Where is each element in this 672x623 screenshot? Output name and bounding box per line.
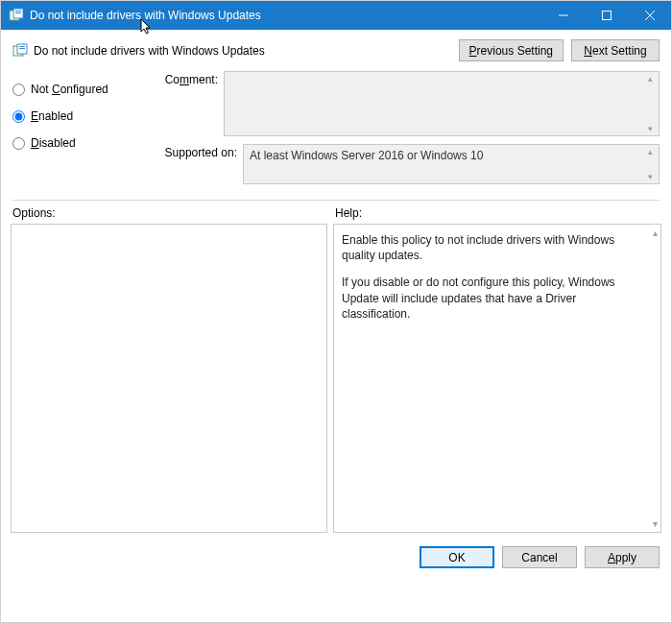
not-configured-radio-input[interactable] [12,84,25,96]
supported-value: At least Windows Server 2016 or Windows … [244,145,659,166]
enabled-radio[interactable]: Enabled [12,109,147,123]
separator [12,200,660,201]
comment-scroll-up-icon[interactable]: ▴ [643,74,657,84]
previous-setting-button[interactable]: Previous Setting [459,39,564,61]
help-paragraph-2: If you disable or do not configure this … [342,275,639,322]
footer: OK Cancel Apply [1,533,671,580]
close-button[interactable] [628,1,671,30]
window-title: Do not include drivers with Windows Upda… [30,9,541,22]
comment-textbox[interactable]: ▴ ▾ [224,71,660,136]
state-radio-group: Not Configured Enabled Disabled [12,71,147,192]
disabled-radio-input[interactable] [12,137,25,150]
svg-rect-5 [602,12,611,20]
disabled-label: Disabled [31,136,76,150]
enabled-label: Enabled [31,109,73,123]
svg-rect-11 [19,48,25,49]
minimize-button[interactable] [541,1,585,30]
comment-value [225,72,659,80]
svg-rect-3 [15,12,21,13]
comment-scroll-down-icon[interactable]: ▾ [643,124,657,133]
cancel-button[interactable]: Cancel [502,546,577,568]
panel-labels: Options: Help: [1,206,671,220]
not-configured-label: Not Configured [31,83,108,96]
comment-label: Comment: [147,71,224,86]
titlebar: Do not include drivers with Windows Upda… [1,1,671,30]
fields-column: Comment: ▴ ▾ Supported on: At least Wind… [147,71,660,192]
group-policy-icon [9,8,24,23]
help-content: Enable this policy to not include driver… [334,225,660,341]
comment-row: Comment: ▴ ▾ [147,71,660,136]
help-scroll-up-icon[interactable]: ▴ [653,228,658,238]
next-setting-button[interactable]: Next Setting [571,39,660,61]
ok-button[interactable]: OK [420,546,494,568]
maximize-button[interactable] [585,1,628,30]
policy-icon [12,43,28,59]
supported-scroll-down-icon[interactable]: ▾ [643,172,657,181]
apply-button[interactable]: Apply [585,546,660,568]
window-controls [541,1,671,30]
policy-title: Do not include drivers with Windows Upda… [34,44,451,58]
supported-row: Supported on: At least Windows Server 20… [147,144,660,184]
help-paragraph-1: Enable this policy to not include driver… [342,232,639,263]
not-configured-radio[interactable]: Not Configured [12,83,147,96]
panels-row: ▴ Enable this policy to not include driv… [1,224,671,533]
enabled-radio-input[interactable] [12,110,25,123]
svg-rect-10 [19,46,25,47]
supported-textbox: At least Windows Server 2016 or Windows … [243,144,660,184]
help-scroll-down-icon[interactable]: ▾ [653,518,658,529]
options-label: Options: [12,206,325,220]
upper-section: Not Configured Enabled Disabled Comment:… [1,67,671,192]
help-panel: ▴ Enable this policy to not include driv… [333,224,661,533]
supported-label: Supported on: [147,144,243,159]
supported-scroll-up-icon[interactable]: ▴ [643,147,657,156]
disabled-radio[interactable]: Disabled [12,136,147,150]
policy-header: Do not include drivers with Windows Upda… [1,30,671,67]
svg-rect-2 [15,11,21,12]
options-panel[interactable] [11,224,327,533]
help-label: Help: [335,206,362,220]
